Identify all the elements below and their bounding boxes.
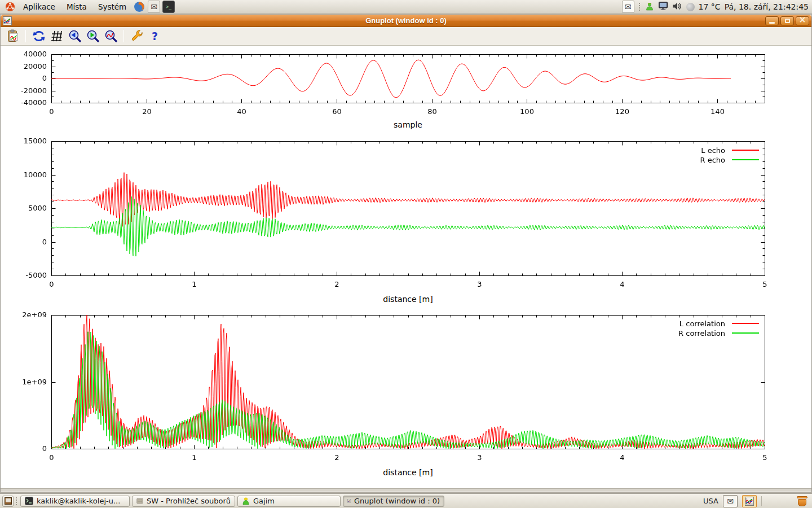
toolbar-separator <box>123 30 124 42</box>
legend-label: L echo <box>701 146 725 155</box>
echo-chart-canvas[interactable] <box>12 137 779 290</box>
menu-applications[interactable]: Aplikace <box>18 0 60 14</box>
task-button-terminal[interactable]: kaklik@kaklik-kolej-u... <box>20 496 130 507</box>
menu-places-label: Místa <box>67 2 87 11</box>
trash-applet[interactable] <box>797 495 807 507</box>
legend-item: R echo <box>700 156 759 164</box>
tray-mail-notification[interactable]: ✉ <box>723 495 738 507</box>
tray-gnuplot-icon[interactable] <box>742 495 757 507</box>
volume-icon[interactable] <box>672 2 682 12</box>
temperature-applet[interactable]: 17 °C <box>699 2 721 11</box>
legend-label: R echo <box>700 156 725 164</box>
correlation-chart-canvas[interactable] <box>12 310 779 463</box>
show-desktop-icon <box>5 497 12 505</box>
legend-item: L correlation <box>679 319 759 327</box>
envelope-icon: ✉ <box>727 497 734 505</box>
user-status-icon[interactable] <box>645 1 654 12</box>
firefox-launcher-icon[interactable] <box>133 1 145 13</box>
trash-body-icon <box>798 499 806 506</box>
window-titlebar[interactable]: Gnuplot (window id : 0) × <box>1 15 811 27</box>
next-zoom-button[interactable] <box>85 29 100 44</box>
close-icon: × <box>799 16 806 24</box>
tray-separator <box>761 496 762 506</box>
unzoom-button[interactable] <box>103 29 118 44</box>
menu-places[interactable]: Místa <box>61 0 92 14</box>
toggle-grid-button[interactable] <box>49 29 64 44</box>
gnuplot-icon <box>347 497 351 505</box>
previous-zoom-button[interactable] <box>67 29 82 44</box>
bottom-taskbar: kaklik@kaklik-kolej-u... SW - Prohlížeč … <box>0 493 812 508</box>
mail-launcher-icon[interactable]: ✉ <box>148 1 160 13</box>
gajim-icon <box>242 497 250 505</box>
gnuplot-window: Gnuplot (window id : 0) × <box>0 15 812 492</box>
keyboard-layout-indicator[interactable]: USA <box>703 497 718 505</box>
echo-legend: L echo R echo <box>700 146 759 164</box>
correlation-legend: L correlation R correlation <box>678 319 759 337</box>
replot-button[interactable] <box>31 29 46 44</box>
task-label: Gajim <box>253 497 275 505</box>
task-button-gnuplot[interactable]: Gnuplot (window id : 0) <box>343 496 444 507</box>
menu-system[interactable]: Systém <box>93 0 131 14</box>
weather-icon[interactable] <box>686 3 695 11</box>
envelope-icon: ✉ <box>151 3 157 11</box>
tray-grip[interactable] <box>639 3 641 11</box>
close-button[interactable]: × <box>796 16 809 25</box>
show-desktop-button[interactable] <box>2 496 14 507</box>
window-controls: × <box>765 16 809 25</box>
envelope-icon: ✉ <box>625 3 632 11</box>
trash-lid-icon <box>797 496 807 498</box>
tray-mail-icon[interactable]: ✉ <box>622 1 634 13</box>
settings-button[interactable] <box>129 29 144 44</box>
legend-item: L echo <box>701 146 759 154</box>
sample-chart-canvas[interactable] <box>12 50 779 119</box>
replot-icon <box>32 29 46 43</box>
gnuplot-icon <box>745 497 754 506</box>
copy-plot-icon <box>6 29 20 43</box>
legend-label: R correlation <box>678 329 725 338</box>
legend-line-green <box>732 332 759 334</box>
top-panel: Aplikace Místa Systém ✉ >_ ✉ 17 °C Pá, 1… <box>0 0 812 14</box>
task-label: Gnuplot (window id : 0) <box>354 497 440 505</box>
window-bottom-edge <box>1 488 811 492</box>
maximize-button[interactable] <box>780 16 794 25</box>
echo-axis-label: distance [m] <box>51 295 765 304</box>
maximize-icon <box>785 19 790 23</box>
panel-tray: ✉ 17 °C Pá, 18. září, 21:42:45 <box>621 0 809 14</box>
toolbar-separator <box>25 30 26 42</box>
copy-plot-button[interactable] <box>5 29 20 44</box>
task-button-gajim[interactable]: Gajim <box>237 496 341 507</box>
display-icon[interactable] <box>658 1 668 12</box>
task-label: kaklik@kaklik-kolej-u... <box>37 497 120 505</box>
legend-label: L correlation <box>679 319 725 328</box>
menu-applications-label: Aplikace <box>23 2 55 11</box>
gnuplot-toolbar: ? <box>1 27 811 46</box>
legend-line-red <box>732 150 759 151</box>
help-icon: ? <box>152 30 158 42</box>
correlation-axis-label: distance [m] <box>51 468 765 477</box>
minimize-icon <box>769 22 775 24</box>
terminal-icon <box>25 497 33 505</box>
legend-line-red <box>732 323 759 324</box>
plot-client-area: sample L echo R echo distance [m] L corr… <box>1 46 811 488</box>
ubuntu-logo-icon[interactable] <box>4 1 16 13</box>
grid-icon <box>50 29 64 43</box>
minimize-button[interactable] <box>765 16 779 25</box>
window-title: Gnuplot (window id : 0) <box>1 16 811 25</box>
file-manager-icon <box>136 497 143 505</box>
legend-line-green <box>732 159 759 160</box>
next-zoom-icon <box>86 29 100 43</box>
wrench-icon <box>130 29 144 43</box>
terminal-glyph: >_ <box>166 5 171 10</box>
taskbar-tray: USA ✉ <box>703 494 810 508</box>
terminal-launcher-icon[interactable]: >_ <box>162 1 175 13</box>
taskbar-grip[interactable] <box>16 497 18 505</box>
task-label: SW - Prohlížeč souborů <box>147 497 231 505</box>
help-button[interactable]: ? <box>147 29 162 44</box>
sample-axis-label: sample <box>51 120 765 129</box>
clock-applet[interactable]: Pá, 18. září, 21:42:45 <box>725 2 809 11</box>
desktop: Aplikace Místa Systém ✉ >_ ✉ 17 °C Pá, 1… <box>0 0 812 508</box>
task-button-file-manager[interactable]: SW - Prohlížeč souborů <box>132 496 235 507</box>
menu-system-label: Systém <box>98 2 126 11</box>
previous-zoom-icon <box>68 29 82 43</box>
unzoom-icon <box>104 29 118 43</box>
